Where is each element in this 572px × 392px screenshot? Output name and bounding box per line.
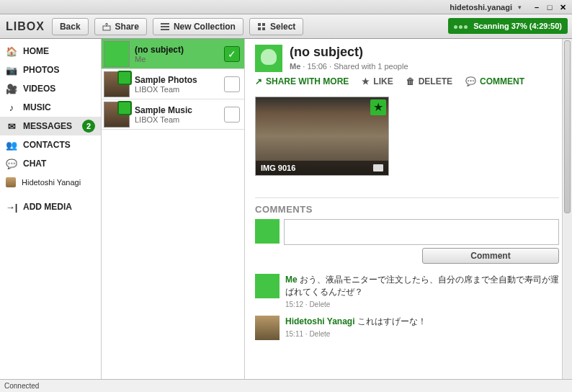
svg-rect-2 [161,26,169,27]
scan-status-badge: Scanning 37% (4:29:50) [448,18,568,34]
share-icon: ↗ [255,76,262,86]
camera-icon: 📷 [6,65,17,75]
envelope-icon: ✉ [6,121,17,131]
add-icon: →| [6,202,17,212]
libox-badge-icon [117,101,132,115]
chevron-down-icon[interactable]: ▾ [518,4,522,11]
svg-rect-1 [161,23,169,24]
thumbnail [104,102,130,128]
delete-action[interactable]: 🗑DELETE [406,76,452,86]
list-item-title: (no subject) [135,45,224,55]
comment-icon: 💬 [465,76,476,86]
minimize-button[interactable]: – [532,2,542,12]
checkbox[interactable]: ✓ [224,46,240,62]
content-pane: (no subject) Me · 15:06 · Shared with 1 … [245,39,572,379]
toolbar: LIBOX Back Share New Collection Select S… [0,14,572,39]
list-item-sub: LIBOX Team [135,85,224,94]
avatar-icon [6,177,16,187]
app-logo: LIBOX [6,20,45,33]
main: 🏠HOME 📷PHOTOS 🎥VIDEOS ♪MUSIC ✉MESSAGES2 … [0,39,572,379]
sidebar-item-messages[interactable]: ✉MESSAGES2 [0,117,101,135]
user-name[interactable]: hidetoshi.yanagi [450,3,512,12]
libox-badge-icon [117,71,132,85]
sidebar-item-chat[interactable]: 💬CHAT [0,154,101,173]
comment-delete-link[interactable]: Delete [309,300,330,308]
connection-status: Connected [4,382,39,390]
thumbnail [104,71,130,97]
post-actions: ↗SHARE WITH MORE ★LIKE 🗑DELETE 💬COMMENT [255,76,559,86]
share-button[interactable]: Share [94,18,147,35]
comment-submit-button[interactable]: Comment [422,248,559,264]
svg-rect-3 [161,29,169,30]
trash-icon: 🗑 [406,76,415,86]
comment-compose [255,219,559,245]
message-list: (no subject)Me ✓ Sample PhotosLIBOX Team… [102,39,245,379]
sidebar-item-contacts[interactable]: 👥CONTACTS [0,135,101,154]
image-caption: IMG 9016 [261,164,295,172]
post-meta: Me · 15:06 · Shared with 1 people [290,62,408,71]
sidebar-item-music[interactable]: ♪MUSIC [0,98,101,117]
sidebar: 🏠HOME 📷PHOTOS 🎥VIDEOS ♪MUSIC ✉MESSAGES2 … [0,39,102,379]
svg-rect-6 [258,27,261,30]
comment-input[interactable] [284,219,559,245]
image-card[interactable]: ★ IMG 9016 [255,97,389,176]
avatar [255,45,282,72]
checkbox[interactable] [224,76,240,92]
comment-time: 15:11 [285,330,303,338]
sidebar-item-photos[interactable]: 📷PHOTOS [0,61,101,79]
comment-delete-link[interactable]: Delete [309,330,330,338]
select-button[interactable]: Select [249,18,303,35]
comment: Hidetoshi Yanagi これはすげーな！ 15:11 · Delete [255,316,559,340]
back-button[interactable]: Back [52,18,89,35]
thumbnail [104,41,130,67]
camera-icon [373,164,383,172]
share-icon [102,22,111,31]
list-item[interactable]: Sample PhotosLIBOX Team [102,69,244,99]
comment-time: 15:12 [285,300,303,308]
svg-rect-7 [262,27,265,30]
avatar [255,274,280,298]
svg-rect-4 [258,23,261,26]
list-icon [161,22,169,31]
share-more-action[interactable]: ↗SHARE WITH MORE [255,76,349,86]
comment-action[interactable]: 💬COMMENT [465,76,524,86]
checkbox[interactable] [224,107,240,122]
svg-rect-5 [262,23,265,26]
comment-text: おう、液晶モニターで注文したら、自分の席まで全自動で寿司が運ばれてくるんだぜ？ [285,275,559,297]
messages-badge: 2 [82,120,95,133]
music-icon: ♪ [6,102,17,112]
activity-dots-icon [454,22,469,30]
titlebar: hidetoshi.yanagi ▾ – □ ✕ [0,0,572,14]
comment-author[interactable]: Me [285,275,298,285]
like-action[interactable]: ★LIKE [362,76,393,86]
sidebar-item-add-media[interactable]: →|ADD MEDIA [0,197,101,216]
avatar [255,219,280,244]
favorite-star-icon[interactable]: ★ [370,99,386,115]
close-button[interactable]: ✕ [558,2,568,12]
list-item[interactable]: (no subject)Me ✓ [102,39,244,69]
avatar [255,316,280,340]
list-item-sub: LIBOX Team [135,115,224,124]
list-item-sub: Me [135,55,224,63]
sidebar-item-home[interactable]: 🏠HOME [0,42,101,61]
post-title: (no subject) [290,45,408,60]
maximize-button[interactable]: □ [545,2,555,12]
video-icon: 🎥 [6,84,17,94]
sidebar-item-videos[interactable]: 🎥VIDEOS [0,79,101,98]
comments-heading: COMMENTS [255,197,559,215]
comment-author[interactable]: Hidetoshi Yanagi [285,316,354,326]
star-icon: ★ [362,76,370,86]
home-icon: 🏠 [6,46,17,56]
new-collection-button[interactable]: New Collection [153,18,243,35]
post-header: (no subject) Me · 15:06 · Shared with 1 … [255,45,559,72]
contacts-icon: 👥 [6,140,17,150]
list-item-title: Sample Music [135,105,224,115]
comment-text: これはすげーな！ [357,316,426,326]
list-item[interactable]: Sample MusicLIBOX Team [102,99,244,130]
comment: Me おう、液晶モニターで注文したら、自分の席まで全自動で寿司が運ばれてくるんだ… [255,274,559,308]
scrollbar-thumb[interactable] [564,40,571,213]
scrollbar[interactable] [562,39,572,379]
sidebar-item-user[interactable]: Hidetoshi Yanagi [0,173,101,192]
grid-icon [257,22,266,31]
list-item-title: Sample Photos [135,75,224,85]
